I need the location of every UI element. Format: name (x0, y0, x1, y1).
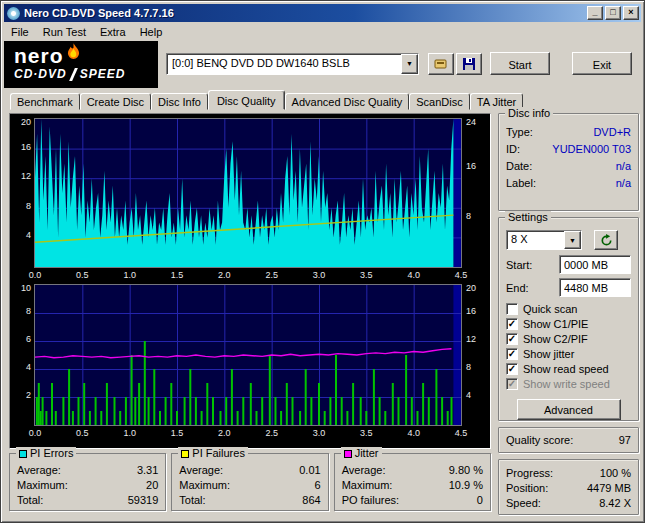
speed-selector[interactable]: 8 X ▼ (506, 230, 582, 250)
tab-disc-quality[interactable]: Disc Quality (208, 90, 285, 110)
jitter-swatch-icon (344, 450, 352, 458)
x-tick-label: 2.0 (214, 270, 234, 280)
checkbox-show-read-speed[interactable]: ✓ Show read speed (499, 361, 638, 376)
x-tick-label: 4.5 (451, 270, 471, 280)
y-left-tick-label: 20 (21, 117, 31, 128)
pi-failures-jitter-plot (35, 285, 461, 425)
disc-date-label: Date: (506, 158, 532, 175)
disc-info-group: Disc info Type: DVD+R ID: YUDEN000 T03 D… (498, 113, 639, 211)
x-tick-label: 0.5 (72, 270, 92, 280)
menu-extra[interactable]: Extra (93, 24, 133, 40)
disc-id-row: ID: YUDEN000 T03 (499, 141, 638, 158)
save-icon (462, 57, 476, 71)
y-left-tick-label: 4 (26, 362, 31, 373)
tab-benchmark[interactable]: Benchmark (10, 93, 80, 110)
disc-type-value: DVD+R (593, 124, 631, 141)
menu-bar: File Run Test Extra Help (4, 22, 641, 41)
quality-score-value: 97 (619, 428, 631, 452)
checkbox-icon[interactable] (506, 303, 518, 315)
logo-brand-text: nero (14, 45, 64, 67)
end-position-label: End: (506, 282, 529, 294)
start-button[interactable]: Start (490, 52, 550, 75)
maximize-button[interactable]: □ (605, 6, 621, 20)
menu-file[interactable]: File (4, 24, 36, 40)
y-left-tick-label: 10 (21, 283, 31, 294)
dropdown-arrow-icon[interactable]: ▼ (401, 54, 418, 74)
settings-group: Settings 8 X ▼ Start: End: Quick scan (498, 217, 639, 421)
x-tick-label: 2.5 (262, 428, 282, 438)
app-window: Nero CD-DVD Speed 4.7.7.16 _ □ × File Ru… (0, 0, 645, 523)
app-icon (7, 7, 20, 20)
refresh-button[interactable] (594, 230, 618, 250)
close-button[interactable]: × (623, 6, 639, 20)
tab-advanced-disc-quality[interactable]: Advanced Disc Quality (285, 93, 410, 110)
x-tick-label: 3.5 (356, 428, 376, 438)
progress-row: Progress: 100 % (499, 466, 638, 481)
stat-label: Average: (342, 463, 386, 478)
checkbox-show-jitter[interactable]: ✓ Show jitter (499, 346, 638, 361)
stat-label: Average: (17, 463, 61, 478)
quality-score-label: Quality score: (506, 428, 573, 452)
options-button[interactable] (428, 53, 454, 75)
speed-row: Speed: 8.42 X (499, 496, 638, 511)
stat-label: Maximum: (342, 478, 393, 493)
checkbox-label: Show jitter (523, 348, 574, 360)
options-icon (433, 57, 449, 71)
stat-label: PO failures: (342, 493, 399, 508)
menu-run-test[interactable]: Run Test (36, 24, 93, 40)
checkbox-show-c2-pif[interactable]: ✓ Show C2/PIF (499, 331, 638, 346)
x-tick-label: 3.0 (309, 270, 329, 280)
tab-disc-info[interactable]: Disc Info (151, 93, 208, 110)
dropdown-arrow-icon[interactable]: ▼ (564, 231, 581, 249)
stat-value: 0.01 (299, 463, 320, 478)
start-position-input[interactable] (559, 255, 631, 274)
progress-group: Progress: 100 % Position: 4479 MB Speed:… (498, 459, 639, 515)
pi-failures-stats: PI Failures Average:0.01 Maximum:6 Total… (171, 453, 328, 511)
pi-failures-jitter-chart (34, 284, 462, 426)
tab-scandisc[interactable]: ScanDisc (409, 93, 469, 110)
y-right-tick-label: 16 (466, 306, 476, 317)
y-right-tick-label: 4 (466, 390, 471, 401)
pi-errors-y-axis: 48121620 (12, 118, 34, 268)
pi-errors-swatch-icon (19, 450, 27, 458)
checkbox-icon[interactable]: ✓ (506, 333, 518, 345)
disc-label-row: Label: n/a (499, 175, 638, 192)
x-tick-label: 0.0 (25, 428, 45, 438)
header: nero CD·DVD SPEED [0:0] BENQ DVD DD DW16… (4, 41, 641, 88)
checkbox-icon[interactable]: ✓ (506, 363, 518, 375)
advanced-button[interactable]: Advanced (517, 399, 621, 420)
drive-selector[interactable]: [0:0] BENQ DVD DD DW1640 BSLB ▼ (166, 53, 419, 75)
menu-help[interactable]: Help (133, 24, 170, 40)
checkbox-label: Show C1/PIE (523, 318, 588, 330)
checkbox-label: Show write speed (523, 378, 610, 390)
stat-value: 59319 (128, 493, 159, 508)
logo-product-left: CD·DVD (14, 67, 67, 81)
title-bar[interactable]: Nero CD-DVD Speed 4.7.7.16 _ □ × (4, 4, 641, 22)
y-left-tick-label: 2 (26, 390, 31, 401)
checkbox-icon[interactable]: ✓ (506, 318, 518, 330)
x-tick-label: 3.5 (356, 270, 376, 280)
refresh-icon (600, 234, 613, 247)
logo-slash-icon (69, 68, 78, 81)
exit-button[interactable]: Exit (572, 52, 632, 75)
flame-icon (67, 43, 80, 62)
checkbox-show-c1-pie[interactable]: ✓ Show C1/PIE (499, 316, 638, 331)
start-position-label: Start: (506, 259, 532, 271)
save-button[interactable] (456, 53, 482, 75)
stat-label: Maximum: (179, 478, 230, 493)
end-position-input[interactable] (559, 278, 631, 297)
minimize-button[interactable]: _ (587, 6, 603, 20)
disc-info-title: Disc info (505, 107, 553, 120)
jitter-y-axis: 48121620 (462, 284, 488, 426)
pi-errors-plot (35, 119, 461, 267)
tab-create-disc[interactable]: Create Disc (80, 93, 151, 110)
disc-label-label: Label: (506, 175, 536, 192)
stat-label: Average: (179, 463, 223, 478)
position-row: Position: 4479 MB (499, 481, 638, 496)
disc-id-value: YUDEN000 T03 (552, 141, 631, 158)
settings-title: Settings (505, 211, 551, 224)
checkbox-icon[interactable]: ✓ (506, 348, 518, 360)
checkbox-quick-scan[interactable]: Quick scan (499, 301, 638, 316)
pi-errors-stats-title: PI Errors (30, 447, 73, 460)
pi-failures-y-axis: 246810 (12, 284, 34, 426)
